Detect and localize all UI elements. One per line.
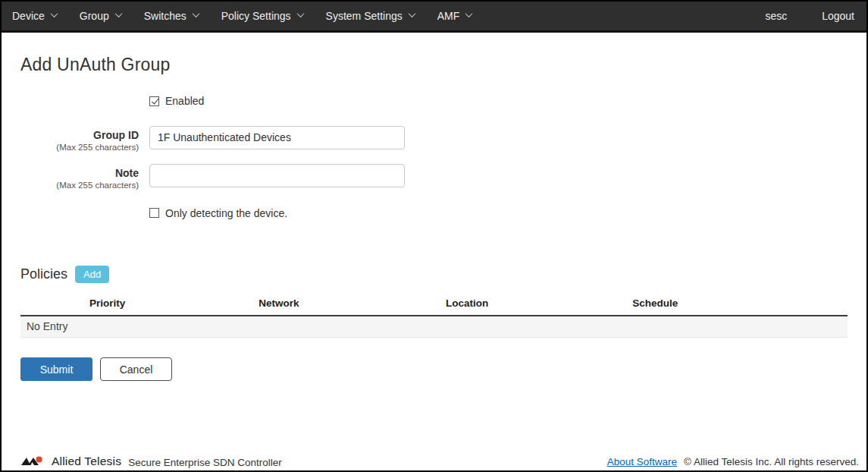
only-detecting-checkbox[interactable]: Only detecting the device. [149,207,287,219]
note-hint: (Max 255 characters) [20,180,139,191]
checkbox-unchecked-icon[interactable] [149,208,159,218]
column-header-location: Location [364,294,571,316]
app-window: Device Group Switches Policy Settings Sy… [0,0,868,472]
group-id-label: Group ID [20,129,139,142]
nav-item-system-settings[interactable]: System Settings [326,10,415,22]
no-entry-text: No Entry [20,316,848,338]
main-content: Add UnAuth Group Enabled Group ID (Max 2… [2,55,866,381]
column-header-schedule: Schedule [571,294,741,316]
note-label: Note [20,167,139,180]
nav-item-device[interactable]: Device [12,10,57,22]
chevron-down-icon [296,10,304,17]
unauth-group-form: Enabled Group ID (Max 255 characters) No… [20,93,848,235]
allied-telesis-logo-icon [20,455,46,468]
column-header-priority: Priority [20,294,194,316]
policies-table: Priority Network Location Schedule No En… [20,294,848,338]
add-policy-button[interactable]: Add [75,266,109,283]
chevron-down-icon [50,10,58,17]
nav-item-amf[interactable]: AMF [437,10,472,22]
logged-in-username: sesc [765,10,787,22]
enabled-checkbox-row: Enabled [149,93,848,126]
nav-item-policy-settings[interactable]: Policy Settings [221,10,303,22]
top-nav: Device Group Switches Policy Settings Sy… [2,2,866,33]
brand-name: Allied Telesis [52,455,121,468]
policies-table-header-row: Priority Network Location Schedule [20,294,848,316]
product-name: Secure Enterprise SDN Controller [128,455,282,468]
nav-item-label: Switches [144,10,186,22]
group-id-input-cell [149,126,848,164]
enabled-checkbox[interactable]: Enabled [149,95,204,107]
copyright-text: © Allied Telesis Inc. All rights reserve… [684,456,859,467]
note-input[interactable] [149,164,405,187]
policies-heading: Policies [20,266,67,282]
submit-button[interactable]: Submit [20,357,92,381]
group-id-hint: (Max 255 characters) [20,142,139,153]
nav-right-group: sesc Logout [765,10,854,22]
only-detecting-checkbox-label: Only detecting the device. [165,207,287,219]
chevron-down-icon [192,10,199,17]
nav-item-label: AMF [437,10,460,22]
enabled-checkbox-label: Enabled [165,95,204,107]
chevron-down-icon [408,10,415,17]
footer-brand-group: Allied Telesis Secure Enterprise SDN Con… [20,455,282,468]
nav-item-label: Group [80,10,109,22]
cancel-button[interactable]: Cancel [100,357,172,381]
chevron-down-icon [465,10,473,17]
logout-button[interactable]: Logout [822,10,854,22]
column-header-network: Network [194,294,364,316]
nav-item-label: System Settings [326,10,403,22]
page-title: Add UnAuth Group [20,55,848,75]
nav-item-label: Policy Settings [221,10,291,22]
chevron-down-icon [114,10,122,17]
nav-item-switches[interactable]: Switches [144,10,199,22]
spacer [20,202,139,205]
group-id-label-cell: Group ID (Max 255 characters) [20,126,139,153]
detect-checkbox-row: Only detecting the device. [149,202,848,236]
column-header-actions [740,294,848,316]
form-actions: Submit Cancel [20,357,848,381]
note-input-cell [149,164,848,202]
policies-header: Policies Add [20,266,848,283]
footer: Allied Telesis Secure Enterprise SDN Con… [20,455,859,468]
checkbox-checked-icon[interactable] [149,96,159,106]
about-software-link[interactable]: About Software [607,456,677,467]
no-entry-row: No Entry [20,316,848,338]
note-label-cell: Note (Max 255 characters) [20,164,139,191]
nav-item-label: Device [12,10,45,22]
nav-item-group[interactable]: Group [80,10,121,22]
footer-legal-group: About Software © Allied Telesis Inc. All… [607,456,859,467]
group-id-input[interactable] [149,126,405,149]
spacer [20,93,139,96]
